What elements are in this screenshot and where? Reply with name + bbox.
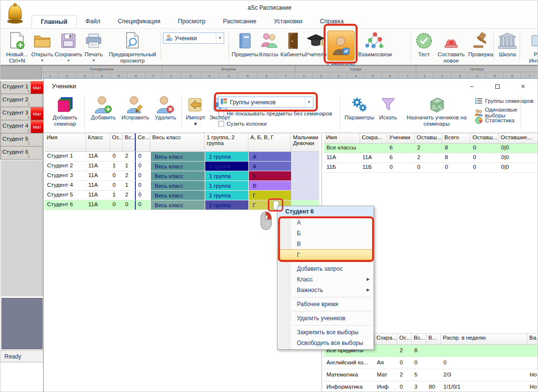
add-seminar-button[interactable]: Добавить семинар bbox=[49, 95, 82, 127]
timetable-row-student5[interactable]: Студент 51 bbox=[0, 133, 43, 147]
relations-button[interactable]: Взаимосвязи bbox=[358, 30, 392, 58]
letter-cell[interactable]: Б bbox=[248, 171, 291, 180]
group-cell[interactable]: 2 группа bbox=[205, 162, 248, 171]
siren-icon bbox=[443, 30, 459, 51]
maximize-icon bbox=[495, 84, 500, 89]
group-cell[interactable]: 2 группа bbox=[205, 200, 248, 210]
boys-girls-cell[interactable] bbox=[291, 152, 319, 161]
menu-item-delete-students[interactable]: Удалить учеников bbox=[277, 313, 374, 324]
boys-girls-cell[interactable] bbox=[291, 171, 319, 180]
lesson-card-mat[interactable]: Мат bbox=[31, 81, 43, 94]
timetable-row-student2[interactable]: Студент 21 bbox=[0, 94, 43, 107]
open-button[interactable]: Открыть ▾ bbox=[31, 30, 54, 63]
menu-item-add-request[interactable]: Добавить запрос bbox=[277, 263, 374, 274]
statistics-item[interactable]: Статистика bbox=[474, 116, 514, 124]
seminars-button[interactable]: Семинары bbox=[326, 30, 356, 67]
timetable-row-student1[interactable]: Студент 11 Мат bbox=[0, 81, 43, 94]
delete-student-button[interactable]: Удалить bbox=[152, 95, 179, 121]
boys-girls-cell[interactable] bbox=[291, 162, 319, 171]
rooms-button[interactable]: Кабинеты bbox=[280, 30, 306, 58]
dialog-titlebar[interactable]: Ученики bbox=[44, 79, 538, 94]
hide-subjects-checkbox[interactable]: Не показывать предметы без семинаров bbox=[218, 111, 332, 116]
lesson-card-mat[interactable]: Мат bbox=[31, 120, 43, 133]
menu-separator bbox=[292, 325, 372, 326]
asc-bell-logo-icon[interactable] bbox=[5, 3, 25, 24]
letter-cell[interactable]: В bbox=[248, 181, 291, 190]
menu-item-working-time[interactable]: Рабочее время bbox=[277, 299, 374, 310]
menu-item-free-choices[interactable]: Освободить все выборы bbox=[277, 338, 374, 348]
check-button[interactable]: Проверка bbox=[467, 30, 494, 58]
add-student-button[interactable]: Добавить bbox=[88, 95, 118, 121]
tab-spravka[interactable]: Справка bbox=[311, 15, 352, 28]
parameters-button[interactable]: Параметры bbox=[343, 95, 375, 121]
classes-button[interactable]: Классы bbox=[258, 30, 280, 58]
generate-new-button[interactable]: Составить новое bbox=[435, 30, 467, 64]
menu-option-g-highlighted[interactable]: Г bbox=[277, 249, 374, 260]
menu-option-v[interactable]: В bbox=[277, 239, 374, 249]
clipped-ribbon-button[interactable]: Ра Интер bbox=[522, 30, 538, 64]
group-mode-combobox[interactable]: Группы учеников ▼ bbox=[218, 97, 313, 108]
boys-girls-cell[interactable] bbox=[291, 191, 319, 200]
whole-class-cell[interactable]: Весь класс bbox=[150, 162, 205, 171]
print-preview-button[interactable]: Предварительный просмотр bbox=[105, 30, 160, 64]
student-table-row[interactable]: Студент 4 11А 0 1 0 Весь класс 1 группа … bbox=[45, 181, 319, 191]
letter-cell[interactable]: А bbox=[248, 152, 291, 161]
lesson-card-mat[interactable]: Мат bbox=[31, 107, 43, 120]
assign-students-button[interactable]: Назначить учеников на семинары bbox=[401, 95, 473, 127]
new-button[interactable]: Новый... Ctrl+N bbox=[4, 30, 30, 64]
close-button[interactable]: × bbox=[519, 82, 527, 91]
tab-raspisanie[interactable]: Расписание bbox=[214, 15, 265, 28]
teachers-button[interactable]: Учителя bbox=[306, 30, 326, 58]
subject-row[interactable]: Английский яз... Ая 0 0 0 bbox=[324, 357, 538, 369]
tab-ustanovki[interactable]: Установки bbox=[265, 15, 311, 28]
class-row-all[interactable]: Все классы 6 2 8 0 0|0 bbox=[324, 144, 538, 153]
test-button[interactable]: Тест bbox=[414, 30, 434, 58]
whole-class-cell[interactable]: Весь класс bbox=[150, 191, 205, 200]
tab-specifikacia[interactable]: Спецификация bbox=[109, 15, 169, 28]
letter-cell[interactable]: А bbox=[248, 162, 291, 171]
tab-fail[interactable]: Файл bbox=[77, 15, 109, 28]
group-cell[interactable]: 1 группа bbox=[205, 152, 248, 161]
student-table-row[interactable]: Студент 2 11А 1 1 0 Весь класс 2 группа … bbox=[45, 162, 319, 171]
narrow-columns-checkbox[interactable]: Сузить колонки bbox=[218, 121, 267, 127]
subjects-button[interactable]: Предметы bbox=[232, 30, 258, 58]
minimize-button[interactable]: − bbox=[467, 82, 476, 91]
whole-class-cell[interactable]: Весь класс bbox=[150, 152, 205, 161]
whole-class-cell[interactable]: Весь класс bbox=[150, 200, 205, 210]
timetable-row-student3[interactable]: Студент 31 Мат bbox=[0, 107, 43, 120]
student-table-row[interactable]: Студент 5 11А 1 2 0 Весь класс 1 группа … bbox=[45, 191, 319, 200]
subject-row[interactable]: Математика Мат 2 5 2/3 Но bbox=[324, 369, 538, 381]
edit-student-button[interactable]: Исправить bbox=[120, 95, 150, 121]
gavel-icon bbox=[472, 30, 490, 51]
menu-option-b[interactable]: Б bbox=[277, 228, 374, 239]
save-button[interactable]: Сохранить ▾ bbox=[55, 30, 82, 63]
menu-item-class[interactable]: Класс▶ bbox=[277, 274, 374, 285]
print-button[interactable]: Печать ▾ bbox=[83, 30, 104, 63]
menu-item-importance[interactable]: Важность▶ bbox=[277, 285, 374, 295]
subject-row[interactable]: Информатика Инф 0 3 80 1/1/0/1 Но bbox=[324, 381, 538, 392]
import-button[interactable]: Импорт ▾ bbox=[184, 95, 207, 127]
student-table-row[interactable]: Студент 3 11А 0 2 0 Весь класс 1 группа … bbox=[45, 171, 319, 181]
letter-cell[interactable]: Г bbox=[248, 191, 291, 200]
student-table-row[interactable]: Студент 1 11А 0 2 0 Весь класс 1 группа … bbox=[45, 152, 319, 162]
tab-glavny[interactable]: Главный bbox=[32, 15, 77, 28]
menu-option-a[interactable]: А bbox=[277, 217, 374, 228]
tab-prosmotr[interactable]: Просмотр bbox=[169, 15, 214, 28]
view-combobox[interactable]: Ученики ▼ bbox=[163, 33, 224, 44]
group-cell[interactable]: 1 группа bbox=[205, 171, 248, 180]
boys-girls-cell[interactable] bbox=[291, 181, 319, 190]
whole-class-cell[interactable]: Весь класс bbox=[150, 171, 205, 180]
group-cell[interactable]: 1 группа bbox=[205, 181, 248, 190]
group-cell[interactable]: 1 группа bbox=[205, 191, 248, 200]
menu-item-lock-choices[interactable]: Закрепить все выборы bbox=[277, 327, 374, 338]
school-button[interactable]: Школа bbox=[496, 30, 519, 58]
maximize-button[interactable] bbox=[493, 82, 502, 91]
whole-class-cell[interactable]: Весь класс bbox=[150, 181, 205, 190]
timetable-row-student4[interactable]: Студент 41 Мат bbox=[0, 120, 43, 133]
timetable-row-student6[interactable]: Студент 61 bbox=[0, 147, 43, 160]
class-row[interactable]: 11А 11А 6 2 8 0 0|0 bbox=[324, 153, 538, 163]
class-row[interactable]: 11Б 11Б 0 0 0 0 0|0 bbox=[324, 163, 538, 173]
seminar-groups-item[interactable]: Группы семинаров bbox=[474, 97, 534, 105]
menu-separator bbox=[292, 297, 372, 297]
search-filter-button[interactable]: Искать bbox=[377, 95, 399, 121]
